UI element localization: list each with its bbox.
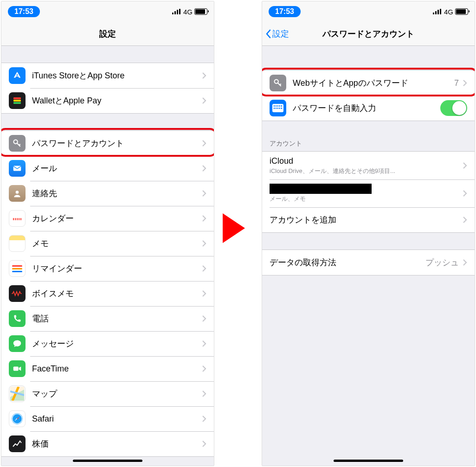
contacts-icon bbox=[9, 185, 26, 202]
chevron-right-icon bbox=[463, 216, 467, 224]
row-passwords-accounts[interactable]: パスワードとアカウント bbox=[1, 131, 214, 156]
mail-icon bbox=[9, 160, 26, 177]
toggle-autofill[interactable] bbox=[440, 100, 467, 116]
page-title: パスワードとアカウント bbox=[322, 28, 414, 39]
battery-icon bbox=[194, 8, 207, 15]
stocks-icon bbox=[9, 435, 26, 452]
row-contacts[interactable]: 連絡先 bbox=[1, 181, 214, 206]
nav-header: 設定 bbox=[1, 22, 214, 46]
row-label: リマインダー bbox=[32, 263, 202, 274]
arrow-right-icon bbox=[223, 213, 245, 243]
row-maps[interactable]: マップ bbox=[1, 381, 214, 406]
row-account-redacted[interactable]: メール、メモ bbox=[262, 179, 475, 207]
chevron-right-icon bbox=[202, 190, 206, 197]
row-label: データの取得方法 bbox=[270, 257, 425, 268]
row-calendar[interactable]: カレンダー bbox=[1, 206, 214, 231]
safari-icon bbox=[9, 410, 26, 427]
row-label: ボイスメモ bbox=[32, 288, 202, 299]
chevron-right-icon bbox=[202, 215, 206, 222]
account-sub: iCloud Drive、メール、連絡先とその他9項目... bbox=[270, 167, 463, 175]
key-icon bbox=[270, 75, 286, 91]
network-label: 4G bbox=[183, 8, 193, 16]
row-website-app-passwords[interactable]: WebサイトとAppのパスワード 7 bbox=[262, 70, 475, 96]
signal-icon bbox=[172, 9, 181, 14]
phone-right-passwords: 17:53 4G 設定 パスワードとアカウント WebサイトとAppのパスワード… bbox=[262, 1, 475, 466]
status-bar: 17:53 4G bbox=[1, 1, 214, 22]
calendar-icon bbox=[9, 210, 26, 227]
row-label: パスワードとアカウント bbox=[32, 138, 202, 149]
row-label: 電話 bbox=[32, 313, 202, 324]
row-add-account[interactable]: アカウントを追加 bbox=[262, 207, 475, 232]
row-detail-count: 7 bbox=[454, 78, 459, 88]
status-indicators: 4G bbox=[433, 8, 468, 16]
notes-icon bbox=[9, 235, 26, 252]
row-label: WalletとApple Pay bbox=[32, 95, 202, 106]
redacted-account-name bbox=[270, 184, 372, 194]
row-wallet[interactable]: WalletとApple Pay bbox=[1, 88, 214, 113]
status-time: 17:53 bbox=[269, 6, 301, 17]
row-label: マップ bbox=[32, 388, 202, 399]
row-reminders[interactable]: リマインダー bbox=[1, 256, 214, 281]
messages-icon bbox=[9, 335, 26, 352]
row-label: FaceTime bbox=[32, 364, 202, 374]
row-label: 連絡先 bbox=[32, 188, 202, 199]
chevron-right-icon bbox=[202, 340, 206, 347]
row-account-icloud[interactable]: iCloud iCloud Drive、メール、連絡先とその他9項目... bbox=[262, 152, 475, 179]
keyboard-icon bbox=[270, 100, 286, 116]
chevron-right-icon bbox=[202, 440, 206, 448]
network-label: 4G bbox=[444, 8, 453, 16]
chevron-right-icon bbox=[463, 190, 467, 197]
wallet-icon bbox=[9, 92, 26, 109]
row-label: アカウントを追加 bbox=[270, 214, 463, 225]
row-facetime[interactable]: FaceTime bbox=[1, 356, 214, 381]
chevron-right-icon bbox=[202, 140, 206, 147]
row-label: Safari bbox=[32, 414, 202, 424]
row-voicememos[interactable]: ボイスメモ bbox=[1, 281, 214, 306]
chevron-right-icon bbox=[202, 365, 206, 372]
svg-rect-6 bbox=[13, 366, 19, 371]
svg-point-5 bbox=[16, 191, 19, 194]
phone-left-settings: 17:53 4G 設定 iTunes StoreとApp Store Walle… bbox=[1, 1, 214, 466]
back-label: 設定 bbox=[272, 28, 289, 39]
row-itunes-appstore[interactable]: iTunes StoreとApp Store bbox=[1, 63, 214, 88]
row-notes[interactable]: メモ bbox=[1, 231, 214, 256]
chevron-right-icon bbox=[202, 390, 206, 397]
svg-rect-4 bbox=[13, 166, 21, 171]
row-stocks[interactable]: 株価 bbox=[1, 431, 214, 456]
home-indicator[interactable] bbox=[73, 460, 142, 462]
section-passwords: WebサイトとAppのパスワード 7 パスワードを自動入力 bbox=[262, 70, 475, 121]
row-label: メッセージ bbox=[32, 338, 202, 349]
row-phone[interactable]: 電話 bbox=[1, 306, 214, 331]
home-indicator[interactable] bbox=[334, 460, 403, 462]
chevron-right-icon bbox=[202, 240, 206, 247]
chevron-right-icon bbox=[202, 415, 206, 422]
row-label: iTunes StoreとApp Store bbox=[32, 70, 202, 81]
row-label: メール bbox=[32, 163, 202, 174]
status-indicators: 4G bbox=[172, 8, 207, 16]
chevron-right-icon bbox=[463, 79, 467, 87]
row-fetch-new-data[interactable]: データの取得方法 プッシュ bbox=[262, 250, 475, 275]
chevron-right-icon bbox=[202, 290, 206, 297]
row-autofill-passwords[interactable]: パスワードを自動入力 bbox=[262, 96, 475, 121]
battery-icon bbox=[455, 8, 468, 15]
back-button[interactable]: 設定 bbox=[265, 22, 289, 45]
status-bar: 17:53 4G bbox=[262, 1, 475, 22]
row-label: WebサイトとAppのパスワード bbox=[293, 77, 454, 89]
facetime-icon bbox=[9, 360, 26, 377]
row-label: メモ bbox=[32, 238, 202, 249]
section-store: iTunes StoreとApp Store WalletとApple Pay bbox=[1, 63, 214, 114]
row-safari[interactable]: Safari bbox=[1, 406, 214, 431]
account-title: iCloud bbox=[270, 156, 463, 166]
chevron-right-icon bbox=[463, 162, 467, 169]
page-title: 設定 bbox=[99, 28, 116, 39]
key-icon bbox=[9, 135, 26, 152]
section-header-accounts: アカウント bbox=[262, 137, 475, 151]
reminders-icon bbox=[9, 260, 26, 277]
chevron-right-icon bbox=[202, 97, 206, 104]
chevron-right-icon bbox=[463, 259, 467, 266]
account-sub: メール、メモ bbox=[270, 195, 463, 203]
appstore-icon bbox=[9, 67, 26, 84]
row-mail[interactable]: メール bbox=[1, 156, 214, 181]
phone-icon bbox=[9, 310, 26, 327]
row-messages[interactable]: メッセージ bbox=[1, 331, 214, 356]
